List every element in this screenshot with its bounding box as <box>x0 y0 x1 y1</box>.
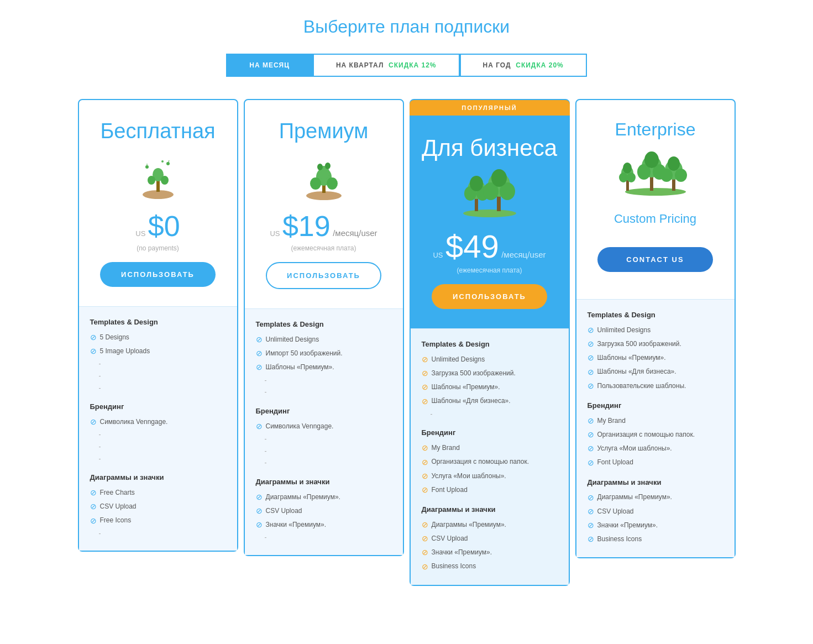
check-icon: ⊘ <box>588 379 594 393</box>
svg-point-13 <box>310 177 321 190</box>
check-icon: ⊘ <box>588 456 594 470</box>
plan-business-price-period: /месяц/user <box>501 250 546 259</box>
billing-toggle: НА МЕСЯЦ НА КВАРТАЛ СКИДКА 12% НА ГОД СК… <box>11 54 802 77</box>
plan-free-name: Бесплатная <box>100 119 215 143</box>
free-brand-4: - <box>90 453 226 465</box>
svg-point-23 <box>470 176 483 191</box>
plan-premium-price-us: US <box>270 229 280 238</box>
check-icon: ⊘ <box>588 365 594 379</box>
svg-point-4 <box>161 176 169 185</box>
plan-free-btn[interactable]: ИСПОЛЬЗОВАТЬ <box>100 262 216 287</box>
prem-chart-2: ⊘CSV Upload <box>256 504 392 518</box>
check-icon: ⊘ <box>588 442 594 455</box>
plan-business-btn[interactable]: ИСПОЛЬЗОВАТЬ <box>432 284 547 309</box>
plan-premium-btn[interactable]: ИСПОЛЬЗОВАТЬ <box>266 262 381 289</box>
enterprise-charts-title: Диаграммы и значки <box>588 478 723 486</box>
quarterly-label: НА КВАРТАЛ <box>336 61 384 69</box>
plan-free-features: Templates & Design ⊘5 Designs ⊘5 Image U… <box>79 306 237 551</box>
check-icon: ⊘ <box>588 351 594 365</box>
plan-premium-price-sub: (ежемесячная плата) <box>270 244 377 252</box>
ent-feat-3: ⊘Шаблоны «Премиум». <box>588 351 723 365</box>
plan-free-illustration <box>130 154 186 198</box>
biz-feat-5: - <box>422 409 558 421</box>
plan-premium-price-main: $19 <box>282 210 331 242</box>
ent-brand-4: ⊘Font Upload <box>588 456 723 470</box>
ent-chart-1: ⊘Диаграммы «Премиум». <box>588 491 723 505</box>
plan-business-price-sub: (ежемесячная плата) <box>433 266 546 274</box>
check-icon: ⊘ <box>588 323 594 337</box>
prem-feat-2: ⊘Импорт 50 изображений. <box>256 347 392 360</box>
check-icon: ⊘ <box>256 420 263 433</box>
free-templates-title: Templates & Design <box>90 318 226 326</box>
plan-premium-price-area: US $19 /месяц/user (ежемесячная плата) <box>270 210 377 252</box>
enterprise-branding-title: Брендинг <box>588 401 723 410</box>
prem-brand-3: - <box>256 446 392 458</box>
biz-chart-1: ⊘Диаграммы «Премиум». <box>422 518 558 532</box>
plan-enterprise-features: Templates & Design ⊘Unlimited Designs ⊘З… <box>576 299 735 557</box>
biz-brand-3: ⊘Услуга «Мои шаблоны». <box>422 469 558 483</box>
premium-charts-title: Диаграммы и значки <box>256 478 392 486</box>
plan-premium-price-period: /месяц/user <box>333 228 377 238</box>
plan-business-illustration <box>462 172 517 217</box>
free-chart-2: ⊘CSV Upload <box>90 500 226 514</box>
monthly-btn[interactable]: НА МЕСЯЦ <box>226 54 313 77</box>
check-icon: ⊘ <box>588 428 594 442</box>
free-feat-5: - <box>90 383 226 395</box>
plan-free-top: Бесплатная US <box>79 100 237 306</box>
plan-business-price-area: US $49 /месяц/user (ежемесячная плата) <box>433 228 546 274</box>
business-branding-title: Брендинг <box>422 428 558 437</box>
plan-business-features: Templates & Design ⊘Unlimited Designs ⊘З… <box>411 328 569 585</box>
plan-free: Бесплатная US <box>78 99 238 552</box>
business-templates-title: Templates & Design <box>422 340 558 348</box>
check-icon: ⊘ <box>90 514 97 528</box>
plan-free-price-sub: (no payments) <box>135 244 180 252</box>
plan-premium: Премиум US $19 /месяц/user (еж <box>244 99 404 556</box>
free-feat-1: ⊘5 Designs <box>90 331 226 344</box>
svg-point-29 <box>625 188 686 196</box>
enterprise-templates-title: Templates & Design <box>588 311 723 319</box>
biz-feat-4: ⊘Шаблоны «Для бизнеса». <box>422 395 558 409</box>
check-icon: ⊘ <box>588 414 594 428</box>
svg-point-42 <box>660 169 673 182</box>
plan-enterprise-btn[interactable]: CONTACT US <box>597 247 713 272</box>
check-icon: ⊘ <box>588 532 594 546</box>
biz-chart-3: ⊘Значки «Премиум». <box>422 546 558 559</box>
svg-point-16 <box>317 164 323 170</box>
check-icon: ⊘ <box>422 532 428 546</box>
svg-point-39 <box>644 151 659 168</box>
plan-enterprise-top: Enterprise <box>576 100 735 299</box>
page-title: Выберите план подписки <box>11 17 802 37</box>
check-icon: ⊘ <box>588 519 594 532</box>
biz-brand-4: ⊘Font Upload <box>422 483 558 497</box>
check-icon: ⊘ <box>422 455 428 469</box>
plan-premium-name: Премиум <box>279 119 369 143</box>
check-icon: ⊘ <box>256 347 263 360</box>
free-chart-3: ⊘Free Icons <box>90 514 226 528</box>
plan-enterprise-illustration <box>628 151 683 195</box>
svg-point-3 <box>148 176 155 185</box>
svg-point-44 <box>668 156 680 171</box>
check-icon: ⊘ <box>256 518 263 532</box>
quarterly-discount: СКИДКА 12% <box>389 61 437 69</box>
prem-brand-4: - <box>256 457 392 469</box>
biz-chart-4: ⊘Business Icons <box>422 560 558 574</box>
prem-chart-1: ⊘Диаграммы «Премиум». <box>256 490 392 504</box>
prem-feat-3: ⊘Шаблоны «Премиум». <box>256 360 392 374</box>
plan-enterprise-name: Enterprise <box>615 119 696 140</box>
plan-premium-features: Templates & Design ⊘Unlimited Designs ⊘И… <box>245 308 403 555</box>
premium-templates-title: Templates & Design <box>256 320 392 328</box>
svg-point-32 <box>619 172 628 182</box>
svg-point-28 <box>491 169 507 187</box>
svg-point-43 <box>675 169 687 182</box>
yearly-btn[interactable]: НА ГОД СКИДКА 20% <box>460 54 587 77</box>
plan-premium-illustration <box>296 154 352 198</box>
quarterly-btn[interactable]: НА КВАРТАЛ СКИДКА 12% <box>313 54 460 77</box>
free-brand-2: - <box>90 429 226 441</box>
svg-point-34 <box>623 163 632 174</box>
free-branding-title: Брендинг <box>90 402 226 411</box>
business-charts-title: Диаграммы и значки <box>422 505 558 514</box>
free-brand-3: - <box>90 441 226 453</box>
biz-feat-3: ⊘Шаблоны «Премиум». <box>422 380 558 394</box>
check-icon: ⊘ <box>90 486 97 500</box>
biz-brand-2: ⊘Организация с помощью папок. <box>422 455 558 469</box>
